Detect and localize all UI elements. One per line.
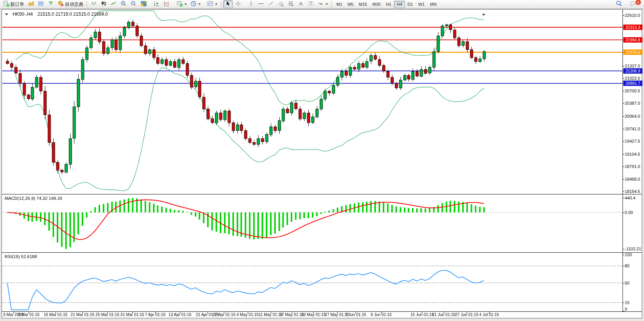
toolbar-separator xyxy=(173,1,173,8)
date-axis-label: 15 Jun 01:15 xyxy=(410,312,434,317)
notification-badge: 1 xyxy=(636,0,641,5)
svg-text:F: F xyxy=(292,4,293,7)
auto-scroll-button[interactable] xyxy=(152,0,161,8)
zoom-in-button[interactable] xyxy=(119,0,128,8)
timeframe-button-M30[interactable]: M30 xyxy=(370,1,383,8)
line-chart-button[interactable] xyxy=(109,0,119,8)
market-watch-button[interactable] xyxy=(36,0,46,8)
price-axis-tick: 18154.5 xyxy=(625,189,640,194)
timeframe-button-H4[interactable]: H4 xyxy=(394,1,405,8)
fibonacci-button[interactable]: F xyxy=(286,0,296,8)
bar-chart-button[interactable] xyxy=(89,0,99,8)
candlestick-chart-button[interactable] xyxy=(99,0,109,8)
chevron-down-icon xyxy=(326,3,328,5)
profiles-icon xyxy=(28,0,34,8)
auto-trading-icon xyxy=(58,0,64,8)
text-label-button[interactable]: T xyxy=(306,0,316,8)
price-axis-tick: 19427.5 xyxy=(625,139,640,143)
svg-text:E: E xyxy=(282,4,284,7)
bar-chart-icon xyxy=(91,0,97,8)
date-axis-label: 27 Apr 01:15 xyxy=(212,312,236,317)
date-axis-label: 4 Jul 01:15 xyxy=(479,312,499,317)
chart-shift-marker[interactable] xyxy=(482,10,485,17)
shapes-button[interactable] xyxy=(316,0,329,8)
price-axis-tick: 22610.0 xyxy=(625,13,640,18)
new-order-icon xyxy=(3,0,10,8)
price-line-badge: 20891.7 xyxy=(623,81,642,86)
trendline-icon xyxy=(268,0,274,8)
toolbar-right: 1 xyxy=(614,0,642,8)
zoom-out-button[interactable] xyxy=(129,0,138,8)
crosshair-button[interactable] xyxy=(233,0,243,8)
chart-symbol-period: HK50-,H4 xyxy=(13,12,33,17)
timeframe-button-M15[interactable]: M15 xyxy=(356,1,370,8)
date-axis-label: 31 Mar 01:15 xyxy=(120,312,144,317)
chart-ohlc-values: 21515.0 21719.0 21515.0 21699.0 xyxy=(38,12,108,17)
shift-triangle-icon xyxy=(482,14,485,16)
new-chart-icon xyxy=(176,0,183,8)
macd-axis-tick: -1102.21 xyxy=(625,247,641,251)
periods-button[interactable] xyxy=(189,0,202,8)
cursor-button[interactable] xyxy=(223,0,233,8)
timeframe-button-MN[interactable]: MN xyxy=(427,1,439,8)
price-axis-tick: 19741.0 xyxy=(625,127,640,131)
timeframe-button-D1[interactable]: D1 xyxy=(405,1,416,8)
horizontal-line-button[interactable] xyxy=(256,0,266,8)
chart-shift-icon xyxy=(163,0,170,8)
new-order-button[interactable]: 新订单 xyxy=(2,0,26,8)
price-line-badge: 21206.9 xyxy=(623,68,642,74)
profiles-button[interactable] xyxy=(26,0,36,8)
trendline-button[interactable] xyxy=(266,0,276,8)
tile-windows-button[interactable] xyxy=(139,0,148,8)
market-watch-icon xyxy=(38,0,44,8)
candlestick-chart-icon xyxy=(100,0,107,8)
text-label-icon: T xyxy=(308,0,314,8)
chevron-down-icon xyxy=(215,3,217,5)
toolbar: 新订单 自动交易 xyxy=(0,0,644,9)
signals-button[interactable] xyxy=(46,0,56,8)
price-axis-tick: 20064.0 xyxy=(625,114,640,119)
chat-button[interactable]: 1 xyxy=(628,0,639,8)
auto-trading-button[interactable]: 自动交易 xyxy=(56,0,85,8)
date-axis-label: 2 Jun 01:15 xyxy=(345,312,366,317)
price-axis-tick: 20700.5 xyxy=(625,89,640,93)
text-icon: A xyxy=(298,0,304,8)
templates-button[interactable] xyxy=(206,0,219,8)
new-order-label: 新订单 xyxy=(10,1,24,8)
timeframe-button-H1[interactable]: H1 xyxy=(383,1,394,8)
macd-axis-tick: 440.4 xyxy=(625,196,636,200)
chart-window: HK50-,H4 21515.0 21719.0 21515.0 21699.0… xyxy=(2,9,642,318)
rsi-axis-tick: 15 xyxy=(625,300,629,305)
timeframe-button-W1[interactable]: W1 xyxy=(416,1,428,8)
signals-icon xyxy=(48,0,54,8)
chart-canvas[interactable] xyxy=(2,10,642,318)
chevron-down-icon xyxy=(198,3,201,5)
toolbar-separator xyxy=(244,1,245,8)
date-axis-label: 27 Jun 01:15 xyxy=(455,312,479,317)
vertical-line-button[interactable] xyxy=(246,0,256,8)
timeframe-button-M5[interactable]: M5 xyxy=(345,1,356,8)
date-axis-label: 11 May 01:15 xyxy=(259,312,283,317)
equidistant-channel-button[interactable]: E xyxy=(276,0,286,8)
date-axis-label: 21 Jun 01:15 xyxy=(432,312,456,317)
templates-icon xyxy=(207,0,214,8)
search-button[interactable] xyxy=(614,0,624,8)
date-axis-label: 21 Mar 01:15 xyxy=(71,312,94,317)
date-axis-label: 7 Apr 01:15 xyxy=(145,312,166,317)
rsi-indicator-label: RSI(15) 52.6188 xyxy=(5,254,37,259)
price-axis-tick: 18791.0 xyxy=(625,164,640,169)
auto-trading-label: 自动交易 xyxy=(65,1,83,8)
new-chart-button[interactable] xyxy=(175,0,188,8)
toolbar-handle xyxy=(86,1,87,7)
symbol-dropdown-icon[interactable] xyxy=(5,13,8,15)
text-button[interactable]: A xyxy=(296,0,306,8)
vertical-line-icon xyxy=(248,0,254,8)
zoom-out-icon xyxy=(130,0,137,8)
toolbar-separator xyxy=(150,1,150,8)
timeframe-button-M1[interactable]: M1 xyxy=(334,1,345,8)
chart-shift-button[interactable] xyxy=(162,0,171,8)
macd-indicator-label: MACD(12,26,9) 74.32 149.33 xyxy=(5,196,62,201)
price-axis-tick: 19104.5 xyxy=(625,152,640,156)
date-axis-label: 17 May 01:15 xyxy=(280,312,304,317)
cursor-icon xyxy=(225,0,231,8)
